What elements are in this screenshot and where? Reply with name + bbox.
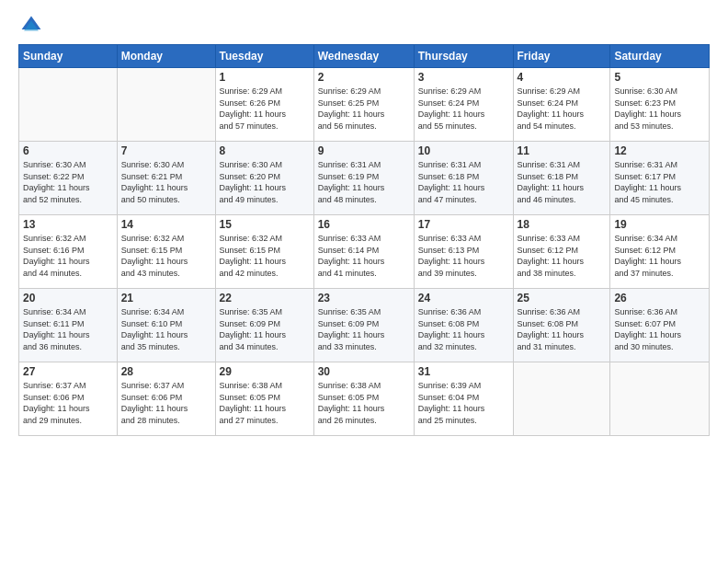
day-number: 20 [23,292,113,304]
day-info: Sunrise: 6:38 AM Sunset: 6:05 PM Dayligh… [220,380,310,426]
day-number: 28 [121,365,211,378]
day-info: Sunrise: 6:34 AM Sunset: 6:12 PM Dayligh… [614,233,705,279]
day-info: Sunrise: 6:36 AM Sunset: 6:08 PM Dayligh… [418,306,509,352]
day-number: 2 [318,71,410,84]
day-number: 10 [418,144,509,157]
weekday-header-thursday: Thursday [414,45,513,68]
day-number: 23 [318,292,410,304]
day-info: Sunrise: 6:31 AM Sunset: 6:17 PM Dayligh… [614,159,705,205]
calendar-cell: 11Sunrise: 6:31 AM Sunset: 6:18 PM Dayli… [513,142,610,215]
calendar-cell: 29Sunrise: 6:38 AM Sunset: 6:05 PM Dayli… [215,362,313,436]
weekday-header-saturday: Saturday [610,45,710,68]
day-info: Sunrise: 6:33 AM Sunset: 6:12 PM Dayligh… [518,233,607,279]
weekday-header-wednesday: Wednesday [313,45,414,68]
calendar: SundayMondayTuesdayWednesdayThursdayFrid… [18,44,710,436]
calendar-cell: 22Sunrise: 6:35 AM Sunset: 6:09 PM Dayli… [215,289,313,362]
calendar-cell: 7Sunrise: 6:30 AM Sunset: 6:21 PM Daylig… [117,142,215,215]
day-info: Sunrise: 6:36 AM Sunset: 6:08 PM Dayligh… [518,306,607,352]
day-number: 3 [418,71,509,84]
day-info: Sunrise: 6:32 AM Sunset: 6:15 PM Dayligh… [121,233,211,279]
calendar-cell: 12Sunrise: 6:31 AM Sunset: 6:17 PM Dayli… [610,142,710,215]
calendar-cell: 28Sunrise: 6:37 AM Sunset: 6:06 PM Dayli… [117,362,215,436]
day-info: Sunrise: 6:35 AM Sunset: 6:09 PM Dayligh… [318,306,410,352]
day-number: 24 [418,292,509,304]
day-info: Sunrise: 6:29 AM Sunset: 6:26 PM Dayligh… [220,86,310,132]
week-row-2: 6Sunrise: 6:30 AM Sunset: 6:22 PM Daylig… [19,142,710,215]
calendar-cell: 3Sunrise: 6:29 AM Sunset: 6:24 PM Daylig… [414,68,513,142]
calendar-cell: 31Sunrise: 6:39 AM Sunset: 6:04 PM Dayli… [414,362,513,436]
week-row-3: 13Sunrise: 6:32 AM Sunset: 6:16 PM Dayli… [19,215,710,289]
calendar-cell: 20Sunrise: 6:34 AM Sunset: 6:11 PM Dayli… [19,289,118,362]
calendar-cell: 6Sunrise: 6:30 AM Sunset: 6:22 PM Daylig… [19,142,118,215]
day-number: 15 [220,218,310,231]
day-info: Sunrise: 6:29 AM Sunset: 6:24 PM Dayligh… [518,86,607,132]
day-number: 16 [318,218,410,231]
day-number: 17 [418,218,509,231]
day-number: 25 [518,292,607,304]
day-number: 5 [614,71,705,84]
calendar-cell: 27Sunrise: 6:37 AM Sunset: 6:06 PM Dayli… [19,362,118,436]
weekday-header-tuesday: Tuesday [215,45,313,68]
day-number: 26 [614,292,705,304]
weekday-header-friday: Friday [513,45,610,68]
day-number: 22 [220,292,310,304]
calendar-cell: 1Sunrise: 6:29 AM Sunset: 6:26 PM Daylig… [215,68,313,142]
calendar-cell: 26Sunrise: 6:36 AM Sunset: 6:07 PM Dayli… [610,289,710,362]
day-info: Sunrise: 6:37 AM Sunset: 6:06 PM Dayligh… [121,380,211,426]
day-info: Sunrise: 6:29 AM Sunset: 6:24 PM Dayligh… [418,86,509,132]
day-number: 19 [614,218,705,231]
calendar-cell: 4Sunrise: 6:29 AM Sunset: 6:24 PM Daylig… [513,68,610,142]
day-number: 4 [518,71,607,84]
day-number: 1 [220,71,310,84]
calendar-cell: 16Sunrise: 6:33 AM Sunset: 6:14 PM Dayli… [313,215,414,289]
day-info: Sunrise: 6:34 AM Sunset: 6:10 PM Dayligh… [121,306,211,352]
day-number: 11 [518,144,607,157]
week-row-1: 1Sunrise: 6:29 AM Sunset: 6:26 PM Daylig… [19,68,710,142]
calendar-cell [19,68,118,142]
logo-icon [20,15,42,37]
calendar-cell: 24Sunrise: 6:36 AM Sunset: 6:08 PM Dayli… [414,289,513,362]
day-info: Sunrise: 6:30 AM Sunset: 6:21 PM Dayligh… [121,159,211,205]
calendar-cell: 2Sunrise: 6:29 AM Sunset: 6:25 PM Daylig… [313,68,414,142]
day-info: Sunrise: 6:30 AM Sunset: 6:20 PM Dayligh… [220,159,310,205]
day-info: Sunrise: 6:37 AM Sunset: 6:06 PM Dayligh… [23,380,113,426]
page: SundayMondayTuesdayWednesdayThursdayFrid… [0,0,728,445]
weekday-header-monday: Monday [117,45,215,68]
day-number: 18 [518,218,607,231]
calendar-cell [513,362,610,436]
header [18,15,710,37]
week-row-5: 27Sunrise: 6:37 AM Sunset: 6:06 PM Dayli… [19,362,710,436]
calendar-cell: 25Sunrise: 6:36 AM Sunset: 6:08 PM Dayli… [513,289,610,362]
calendar-cell: 21Sunrise: 6:34 AM Sunset: 6:10 PM Dayli… [117,289,215,362]
day-info: Sunrise: 6:34 AM Sunset: 6:11 PM Dayligh… [23,306,113,352]
day-number: 7 [121,144,211,157]
day-info: Sunrise: 6:32 AM Sunset: 6:15 PM Dayligh… [220,233,310,279]
day-number: 6 [23,144,113,157]
calendar-cell: 19Sunrise: 6:34 AM Sunset: 6:12 PM Dayli… [610,215,710,289]
day-info: Sunrise: 6:31 AM Sunset: 6:18 PM Dayligh… [418,159,509,205]
week-row-4: 20Sunrise: 6:34 AM Sunset: 6:11 PM Dayli… [19,289,710,362]
day-number: 21 [121,292,211,304]
calendar-cell: 9Sunrise: 6:31 AM Sunset: 6:19 PM Daylig… [313,142,414,215]
day-info: Sunrise: 6:33 AM Sunset: 6:14 PM Dayligh… [318,233,410,279]
day-number: 13 [23,218,113,231]
day-number: 30 [318,365,410,378]
day-info: Sunrise: 6:33 AM Sunset: 6:13 PM Dayligh… [418,233,509,279]
calendar-cell [610,362,710,436]
calendar-cell: 8Sunrise: 6:30 AM Sunset: 6:20 PM Daylig… [215,142,313,215]
day-info: Sunrise: 6:30 AM Sunset: 6:22 PM Dayligh… [23,159,113,205]
weekday-header-row: SundayMondayTuesdayWednesdayThursdayFrid… [19,45,710,68]
calendar-cell: 18Sunrise: 6:33 AM Sunset: 6:12 PM Dayli… [513,215,610,289]
logo [18,15,44,37]
calendar-cell: 14Sunrise: 6:32 AM Sunset: 6:15 PM Dayli… [117,215,215,289]
day-number: 31 [418,365,509,378]
calendar-cell: 15Sunrise: 6:32 AM Sunset: 6:15 PM Dayli… [215,215,313,289]
day-info: Sunrise: 6:36 AM Sunset: 6:07 PM Dayligh… [614,306,705,352]
day-info: Sunrise: 6:30 AM Sunset: 6:23 PM Dayligh… [614,86,705,132]
calendar-cell: 13Sunrise: 6:32 AM Sunset: 6:16 PM Dayli… [19,215,118,289]
day-number: 27 [23,365,113,378]
calendar-cell: 30Sunrise: 6:38 AM Sunset: 6:05 PM Dayli… [313,362,414,436]
day-number: 29 [220,365,310,378]
weekday-header-sunday: Sunday [19,45,118,68]
day-number: 14 [121,218,211,231]
